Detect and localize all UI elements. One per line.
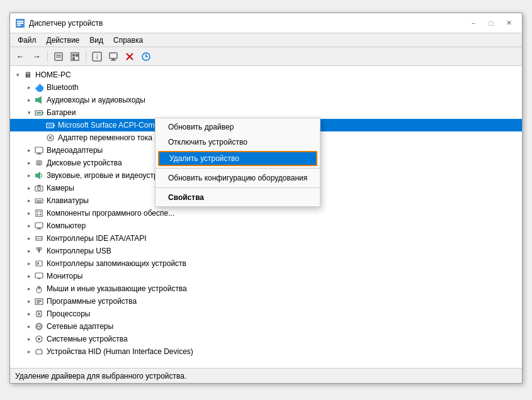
svg-marker-21	[38, 96, 42, 104]
components-icon	[34, 208, 44, 218]
tree-item-components[interactable]: Компоненты программного обеспе...	[10, 207, 522, 219]
svg-rect-31	[35, 147, 43, 153]
processors-expander[interactable]	[24, 309, 34, 319]
ctx-update-driver[interactable]: Обновить драйвер	[156, 119, 320, 135]
tree-item-bluetooth[interactable]: 🔷 Bluetooth	[10, 81, 522, 94]
cameras-label: Камеры	[47, 184, 74, 192]
tree-item-system[interactable]: Системные устройства	[10, 333, 522, 345]
tree-item-computer[interactable]: Компьютер	[10, 219, 522, 232]
bluetooth-icon: 🔷	[34, 82, 44, 92]
svg-rect-15	[111, 60, 116, 61]
svg-rect-50	[40, 211, 41, 213]
tree-root[interactable]: 🖥 HOME-PC	[10, 69, 522, 81]
batteries-expander[interactable]	[24, 108, 34, 118]
tree-item-storage[interactable]: Контроллеры запоминающих устройств	[10, 257, 522, 270]
tree-item-processors[interactable]: Процессоры	[10, 308, 522, 320]
components-expander[interactable]	[24, 208, 34, 218]
menu-action[interactable]: Действие	[42, 35, 85, 46]
window-controls: − □ ✕	[465, 16, 517, 30]
svg-text:i: i	[96, 53, 98, 60]
keyboards-expander[interactable]	[24, 196, 34, 206]
svg-rect-45	[38, 200, 40, 201]
disks-icon	[34, 158, 44, 168]
usb-expander[interactable]	[24, 246, 34, 256]
svg-rect-24	[37, 112, 41, 114]
tree-item-hid[interactable]: Устройства HID (Human Interface Devices)	[10, 345, 522, 358]
ctx-update-config[interactable]: Обновить конфигурацию оборудования	[156, 170, 320, 186]
svg-rect-27	[48, 125, 52, 126]
toolbar-delete-button[interactable]	[122, 49, 137, 64]
bluetooth-expander[interactable]	[24, 82, 34, 92]
ide-label: Контроллеры IDE ATA/ATAPI	[47, 234, 147, 243]
main-content: 🖥 HOME-PC 🔷 Bluetooth Аудиовходы и аудио…	[10, 66, 522, 368]
ide-expander[interactable]	[24, 233, 34, 243]
menu-view[interactable]: Вид	[84, 35, 108, 46]
maximize-button[interactable]: □	[483, 16, 499, 30]
storage-label: Контроллеры запоминающих устройств	[47, 259, 186, 268]
computer-expander[interactable]	[24, 221, 34, 231]
svg-rect-33	[37, 154, 42, 155]
menu-help[interactable]: Справка	[108, 35, 148, 46]
root-expander[interactable]	[13, 70, 23, 80]
software-icon	[34, 296, 44, 306]
ctx-disable-device[interactable]: Отключить устройство	[156, 135, 320, 150]
svg-rect-9	[76, 54, 78, 57]
video-expander[interactable]	[24, 145, 34, 155]
svg-rect-46	[40, 200, 42, 201]
ctx-separator-2	[156, 187, 320, 188]
tree-item-monitors[interactable]: Мониторы	[10, 270, 522, 282]
disks-expander[interactable]	[24, 158, 34, 168]
mice-expander[interactable]	[24, 284, 34, 294]
hid-expander[interactable]	[24, 347, 34, 357]
system-expander[interactable]	[24, 334, 34, 344]
monitors-expander[interactable]	[24, 271, 34, 281]
status-bar: Удаление драйвера для выбранного устройс…	[10, 368, 522, 383]
toolbar-properties-button[interactable]	[51, 49, 66, 64]
audio-expander[interactable]	[24, 95, 34, 105]
minimize-button[interactable]: −	[465, 16, 482, 30]
toolbar-scan-button[interactable]	[67, 49, 82, 64]
tree-item-mice[interactable]: Мыши и иные указывающие устройства	[10, 282, 522, 295]
menu-file[interactable]: Файл	[13, 35, 42, 46]
svg-rect-13	[110, 53, 117, 58]
tree-item-software[interactable]: Программные устройства	[10, 295, 522, 308]
ctx-delete-device[interactable]: Удалить устройство	[158, 151, 317, 166]
svg-rect-51	[37, 214, 38, 215]
tree-item-usb[interactable]: Контроллеры USB	[10, 245, 522, 257]
tree-item-audio[interactable]: Аудиовходы и аудиовыходы	[10, 94, 522, 106]
processors-label: Процессоры	[47, 309, 91, 318]
close-button[interactable]: ✕	[501, 16, 517, 30]
ac-adapter-icon	[45, 133, 55, 143]
toolbar-monitor-button[interactable]	[106, 49, 121, 64]
sound-expander[interactable]	[24, 170, 34, 181]
svg-rect-52	[40, 214, 41, 215]
mice-icon	[34, 284, 44, 294]
sound-icon	[34, 170, 44, 181]
software-expander[interactable]	[24, 296, 34, 306]
cameras-expander[interactable]	[24, 183, 34, 193]
ctx-update-driver-label: Обновить драйвер	[168, 123, 234, 131]
tree-item-network[interactable]: Сетевые адаптеры	[10, 320, 522, 333]
context-menu: Обновить драйвер Отключить устройство Уд…	[155, 118, 320, 207]
toolbar-update-button[interactable]	[139, 49, 154, 64]
svg-rect-64	[35, 273, 43, 278]
ctx-properties[interactable]: Свойства	[156, 190, 320, 205]
hid-label: Устройства HID (Human Interface Devices)	[47, 347, 193, 356]
network-expander[interactable]	[24, 321, 34, 331]
ms-battery-expander	[35, 120, 45, 130]
forward-button[interactable]: →	[29, 49, 44, 64]
back-button[interactable]: ←	[13, 49, 28, 64]
ide-icon	[34, 233, 44, 243]
tree-item-ide[interactable]: Контроллеры IDE ATA/ATAPI	[10, 232, 522, 245]
network-label: Сетевые адаптеры	[47, 322, 113, 331]
tree-item-batteries[interactable]: Батареи	[10, 106, 522, 119]
ms-battery-icon	[45, 120, 55, 130]
svg-rect-75	[38, 313, 40, 315]
svg-rect-3	[17, 25, 21, 26]
toolbar-info-button[interactable]: i	[89, 49, 105, 64]
system-label: Системные устройства	[47, 335, 128, 343]
svg-rect-72	[37, 301, 42, 302]
device-tree[interactable]: 🖥 HOME-PC 🔷 Bluetooth Аудиовходы и аудио…	[10, 66, 522, 368]
storage-expander[interactable]	[24, 258, 34, 269]
svg-rect-73	[37, 303, 40, 303]
